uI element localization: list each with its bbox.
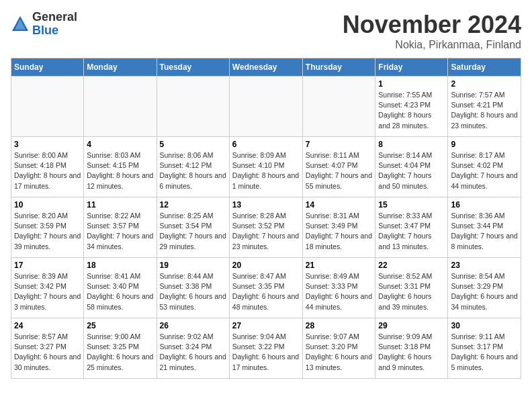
day-number: 23 <box>451 261 518 270</box>
day-number: 28 <box>306 321 373 330</box>
calendar-cell: 30Sunrise: 9:11 AMSunset: 3:17 PMDayligh… <box>448 318 521 379</box>
logo-general: General <box>32 10 77 24</box>
day-info: Sunrise: 7:57 AMSunset: 4:21 PMDaylight:… <box>451 90 518 131</box>
week-row-3: 10Sunrise: 8:20 AMSunset: 3:59 PMDayligh… <box>11 197 521 258</box>
calendar-cell: 22Sunrise: 8:52 AMSunset: 3:31 PMDayligh… <box>375 258 448 318</box>
logo-blue: Blue <box>32 24 58 37</box>
day-info: Sunrise: 8:22 AMSunset: 3:57 PMDaylight:… <box>87 211 153 252</box>
day-number: 25 <box>87 321 153 330</box>
day-number: 18 <box>87 261 153 270</box>
day-info: Sunrise: 7:55 AMSunset: 4:23 PMDaylight:… <box>378 90 445 131</box>
calendar: SundayMondayTuesdayWednesdayThursdayFrid… <box>11 58 521 379</box>
calendar-cell <box>84 77 157 137</box>
day-number: 16 <box>451 200 518 210</box>
day-info: Sunrise: 8:31 AMSunset: 3:49 PMDaylight:… <box>306 211 373 252</box>
calendar-cell <box>302 77 375 137</box>
day-info: Sunrise: 8:03 AMSunset: 4:15 PMDaylight:… <box>87 150 153 191</box>
calendar-cell <box>11 77 84 137</box>
month-title: November 2024 <box>343 11 521 39</box>
calendar-cell: 9Sunrise: 8:17 AMSunset: 4:02 PMDaylight… <box>448 137 521 197</box>
calendar-cell: 10Sunrise: 8:20 AMSunset: 3:59 PMDayligh… <box>11 197 84 258</box>
calendar-cell: 26Sunrise: 9:02 AMSunset: 3:24 PMDayligh… <box>157 318 229 379</box>
day-number: 29 <box>378 321 445 330</box>
calendar-cell: 27Sunrise: 9:04 AMSunset: 3:22 PMDayligh… <box>229 318 302 379</box>
calendar-cell: 20Sunrise: 8:47 AMSunset: 3:35 PMDayligh… <box>229 258 302 318</box>
calendar-cell: 4Sunrise: 8:03 AMSunset: 4:15 PMDaylight… <box>84 137 157 197</box>
day-number: 19 <box>160 261 226 270</box>
day-number: 17 <box>14 261 81 270</box>
day-info: Sunrise: 8:44 AMSunset: 3:38 PMDaylight:… <box>160 271 226 312</box>
calendar-cell: 24Sunrise: 8:57 AMSunset: 3:27 PMDayligh… <box>11 318 84 379</box>
day-number: 9 <box>451 140 518 149</box>
day-number: 8 <box>378 140 445 149</box>
day-number: 24 <box>14 321 81 330</box>
calendar-cell: 17Sunrise: 8:39 AMSunset: 3:42 PMDayligh… <box>11 258 84 318</box>
calendar-cell: 3Sunrise: 8:00 AMSunset: 4:18 PMDaylight… <box>11 137 84 197</box>
title-area: November 2024 Nokia, Pirkanmaa, Finland <box>343 11 521 51</box>
day-number: 27 <box>232 321 300 330</box>
day-number: 26 <box>160 321 226 330</box>
day-info: Sunrise: 8:57 AMSunset: 3:27 PMDaylight:… <box>14 332 81 373</box>
day-number: 14 <box>306 200 373 210</box>
day-header-sunday: Sunday <box>11 58 84 77</box>
day-info: Sunrise: 9:02 AMSunset: 3:24 PMDaylight:… <box>160 332 226 373</box>
day-number: 2 <box>451 79 518 89</box>
week-row-2: 3Sunrise: 8:00 AMSunset: 4:18 PMDaylight… <box>11 137 521 197</box>
calendar-cell: 19Sunrise: 8:44 AMSunset: 3:38 PMDayligh… <box>157 258 229 318</box>
day-number: 6 <box>232 140 300 149</box>
day-number: 3 <box>14 140 81 149</box>
day-info: Sunrise: 8:36 AMSunset: 3:44 PMDaylight:… <box>451 211 518 252</box>
week-row-5: 24Sunrise: 8:57 AMSunset: 3:27 PMDayligh… <box>11 318 521 379</box>
calendar-cell: 29Sunrise: 9:09 AMSunset: 3:18 PMDayligh… <box>375 318 448 379</box>
header: General Blue November 2024 Nokia, Pirkan… <box>11 11 521 51</box>
day-info: Sunrise: 8:20 AMSunset: 3:59 PMDaylight:… <box>14 211 81 252</box>
day-info: Sunrise: 8:17 AMSunset: 4:02 PMDaylight:… <box>451 150 518 191</box>
logo-text: General Blue <box>32 11 77 38</box>
day-header-monday: Monday <box>84 58 157 77</box>
day-header-tuesday: Tuesday <box>157 58 229 77</box>
calendar-cell: 13Sunrise: 8:28 AMSunset: 3:52 PMDayligh… <box>229 197 302 258</box>
calendar-cell: 16Sunrise: 8:36 AMSunset: 3:44 PMDayligh… <box>448 197 521 258</box>
day-info: Sunrise: 8:25 AMSunset: 3:54 PMDaylight:… <box>160 211 226 252</box>
day-number: 21 <box>306 261 373 270</box>
day-number: 20 <box>232 261 300 270</box>
day-number: 30 <box>451 321 518 330</box>
calendar-cell: 21Sunrise: 8:49 AMSunset: 3:33 PMDayligh… <box>302 258 375 318</box>
day-header-thursday: Thursday <box>302 58 375 77</box>
day-info: Sunrise: 8:11 AMSunset: 4:07 PMDaylight:… <box>306 150 373 191</box>
day-number: 22 <box>378 261 445 270</box>
calendar-cell: 6Sunrise: 8:09 AMSunset: 4:10 PMDaylight… <box>229 137 302 197</box>
day-number: 5 <box>160 140 226 149</box>
day-info: Sunrise: 9:09 AMSunset: 3:18 PMDaylight:… <box>378 332 445 373</box>
calendar-cell: 11Sunrise: 8:22 AMSunset: 3:57 PMDayligh… <box>84 197 157 258</box>
day-info: Sunrise: 9:07 AMSunset: 3:20 PMDaylight:… <box>306 332 373 373</box>
calendar-cell: 5Sunrise: 8:06 AMSunset: 4:12 PMDaylight… <box>157 137 229 197</box>
day-info: Sunrise: 8:39 AMSunset: 3:42 PMDaylight:… <box>14 271 81 312</box>
day-info: Sunrise: 8:06 AMSunset: 4:12 PMDaylight:… <box>160 150 226 191</box>
day-info: Sunrise: 8:54 AMSunset: 3:29 PMDaylight:… <box>451 271 518 312</box>
day-info: Sunrise: 8:14 AMSunset: 4:04 PMDaylight:… <box>378 150 445 191</box>
day-number: 1 <box>378 79 445 89</box>
calendar-cell: 2Sunrise: 7:57 AMSunset: 4:21 PMDaylight… <box>448 77 521 137</box>
day-info: Sunrise: 8:49 AMSunset: 3:33 PMDaylight:… <box>306 271 373 312</box>
logo: General Blue <box>11 11 77 38</box>
location: Nokia, Pirkanmaa, Finland <box>343 39 521 51</box>
day-info: Sunrise: 8:33 AMSunset: 3:47 PMDaylight:… <box>378 211 445 252</box>
calendar-cell: 28Sunrise: 9:07 AMSunset: 3:20 PMDayligh… <box>302 318 375 379</box>
day-info: Sunrise: 8:00 AMSunset: 4:18 PMDaylight:… <box>14 150 81 191</box>
calendar-header-row: SundayMondayTuesdayWednesdayThursdayFrid… <box>11 58 521 77</box>
day-info: Sunrise: 8:52 AMSunset: 3:31 PMDaylight:… <box>378 271 445 312</box>
calendar-cell: 15Sunrise: 8:33 AMSunset: 3:47 PMDayligh… <box>375 197 448 258</box>
calendar-cell: 12Sunrise: 8:25 AMSunset: 3:54 PMDayligh… <box>157 197 229 258</box>
week-row-1: 1Sunrise: 7:55 AMSunset: 4:23 PMDaylight… <box>11 77 521 137</box>
day-info: Sunrise: 8:47 AMSunset: 3:35 PMDaylight:… <box>232 271 300 312</box>
day-number: 4 <box>87 140 153 149</box>
day-info: Sunrise: 9:00 AMSunset: 3:25 PMDaylight:… <box>87 332 153 373</box>
day-header-friday: Friday <box>375 58 448 77</box>
day-header-saturday: Saturday <box>448 58 521 77</box>
day-info: Sunrise: 8:28 AMSunset: 3:52 PMDaylight:… <box>232 211 300 252</box>
day-number: 13 <box>232 200 300 210</box>
day-number: 10 <box>14 200 81 210</box>
day-info: Sunrise: 9:04 AMSunset: 3:22 PMDaylight:… <box>232 332 300 373</box>
week-row-4: 17Sunrise: 8:39 AMSunset: 3:42 PMDayligh… <box>11 258 521 318</box>
